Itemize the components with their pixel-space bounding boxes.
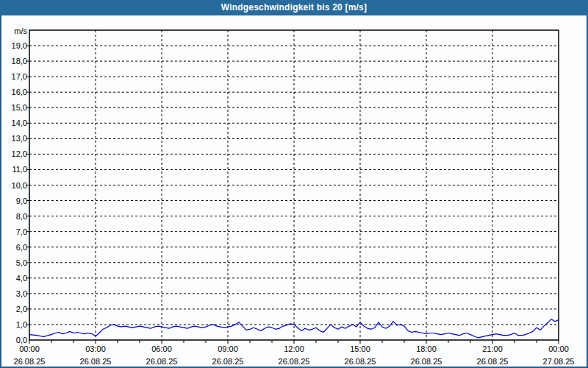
x-tick-time-label: 21:00 xyxy=(482,344,503,353)
x-tick-date-label: 27.08.25 xyxy=(543,357,575,366)
x-tick-time-label: 03:00 xyxy=(85,344,106,353)
y-tick-label: 18,0 xyxy=(12,57,27,66)
y-tick-label: 11,0 xyxy=(12,165,27,174)
x-tick-date-label: 26.08.25 xyxy=(14,357,46,366)
y-tick-label: 15,0 xyxy=(12,103,27,112)
y-tick-label: 17,0 xyxy=(12,72,27,81)
x-tick-time-label: 00:00 xyxy=(548,344,569,353)
x-tick-date-label: 26.08.25 xyxy=(345,357,376,366)
y-tick-label: 1,0 xyxy=(16,320,27,329)
x-tick-date-label: 26.08.25 xyxy=(212,357,244,366)
y-tick-label: 7,0 xyxy=(16,227,27,236)
y-tick-label: 10,0 xyxy=(12,181,27,190)
x-tick-date-label: 26.08.25 xyxy=(80,357,112,366)
x-tick-date-label: 26.08.25 xyxy=(146,357,178,366)
chart-canvas: 0,01,02,03,04,05,06,07,08,09,010,011,012… xyxy=(0,15,588,368)
y-tick-label: 3,0 xyxy=(16,289,27,298)
x-tick-date-label: 26.08.25 xyxy=(477,357,509,366)
y-tick-label: 12,0 xyxy=(12,149,27,158)
y-tick-label: 16,0 xyxy=(12,88,27,96)
y-tick-label: 8,0 xyxy=(16,212,27,221)
x-tick-time-label: 18:00 xyxy=(416,344,437,353)
y-tick-label: 0,0 xyxy=(16,336,27,344)
y-tick-label: 5,0 xyxy=(16,258,27,267)
y-tick-label: 9,0 xyxy=(16,197,27,205)
y-tick-label: 14,0 xyxy=(12,118,27,127)
y-tick-label: 13,0 xyxy=(12,134,27,143)
x-tick-time-label: 06:00 xyxy=(151,344,172,353)
y-tick-label: 19,0 xyxy=(12,41,27,50)
x-tick-time-label: 12:00 xyxy=(284,344,304,353)
x-tick-date-label: 26.08.25 xyxy=(279,357,310,366)
x-tick-date-label: 26.08.25 xyxy=(411,357,442,366)
x-tick-time-label: 00:00 xyxy=(19,344,40,353)
chart-panel: Windgeschwindigkeit bis 20 [m/s] m/s 0,0… xyxy=(0,0,588,368)
x-tick-time-label: 15:00 xyxy=(350,344,370,353)
y-tick-label: 4,0 xyxy=(16,274,27,283)
y-tick-label: 2,0 xyxy=(16,305,27,314)
y-tick-label: 6,0 xyxy=(16,243,27,252)
chart-title: Windgeschwindigkeit bis 20 [m/s] xyxy=(0,0,588,15)
x-tick-time-label: 09:00 xyxy=(218,344,238,353)
